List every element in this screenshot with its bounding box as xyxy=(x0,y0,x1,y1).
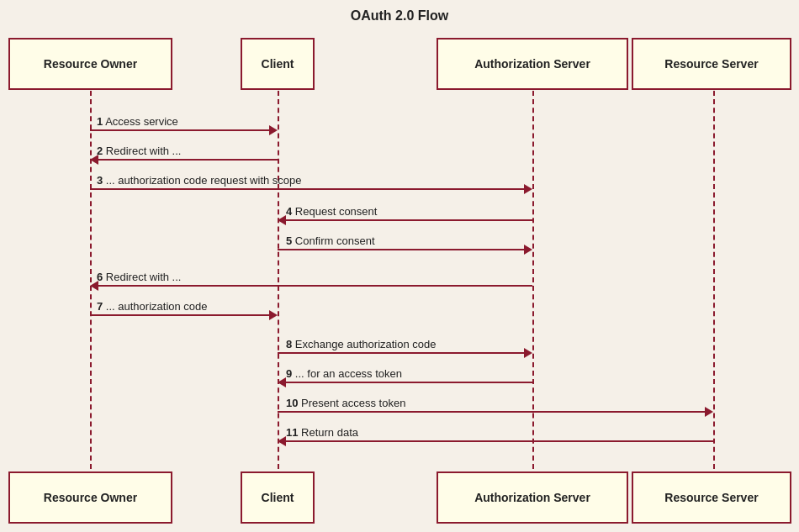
svg-marker-28 xyxy=(705,407,713,417)
diagram-container: OAuth 2.0 Flow Resource Owner Client Aut… xyxy=(0,0,799,532)
actor-resource-server-top: Resource Server xyxy=(632,38,791,90)
svg-marker-7 xyxy=(524,184,532,194)
lifeline-resource-owner xyxy=(90,91,92,469)
actor-resource-server-bottom: Resource Server xyxy=(632,471,791,524)
svg-text:10  Present access token: 10 Present access token xyxy=(286,397,405,409)
svg-text:5  Confirm consent: 5 Confirm consent xyxy=(286,234,375,247)
svg-marker-1 xyxy=(269,125,278,135)
svg-text:9  ... for an access token: 9 ... for an access token xyxy=(286,367,402,380)
actor-client-top: Client xyxy=(241,38,315,90)
actor-auth-server-top: Authorization Server xyxy=(437,38,628,90)
diagram-title: OAuth 2.0 Flow xyxy=(0,8,799,24)
lifeline-auth-server xyxy=(532,91,534,469)
lifeline-client xyxy=(278,91,279,469)
svg-text:2  Redirect with ...: 2 Redirect with ... xyxy=(97,145,181,157)
actor-client-bottom: Client xyxy=(241,471,315,524)
svg-text:11  Return data: 11 Return data xyxy=(286,426,359,439)
lifeline-resource-server xyxy=(713,91,715,469)
svg-text:6  Redirect with ...: 6 Redirect with ... xyxy=(97,271,181,283)
actor-resource-owner-top: Resource Owner xyxy=(8,38,172,90)
svg-text:4  Request consent: 4 Request consent xyxy=(286,205,378,218)
svg-text:3  ... authorization code requ: 3 ... authorization code request with sc… xyxy=(97,174,302,187)
svg-marker-13 xyxy=(524,245,532,255)
actor-auth-server-bottom: Authorization Server xyxy=(437,471,628,524)
actor-resource-owner-bottom: Resource Owner xyxy=(8,471,172,524)
svg-text:8  Exchange authorization code: 8 Exchange authorization code xyxy=(286,338,437,350)
svg-marker-22 xyxy=(524,348,532,358)
svg-text:1  Access service: 1 Access service xyxy=(97,115,178,128)
svg-marker-19 xyxy=(269,310,278,320)
svg-text:7  ... authorization code: 7 ... authorization code xyxy=(97,300,208,313)
